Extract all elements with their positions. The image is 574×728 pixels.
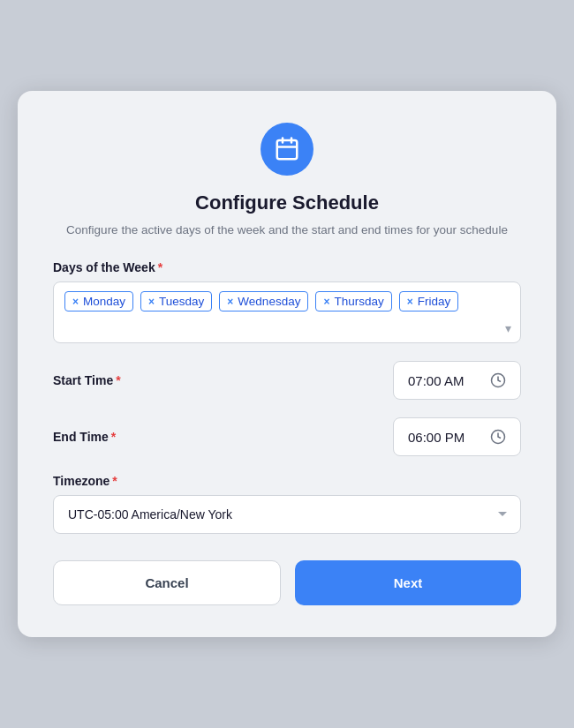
start-time-label: Start Time *: [53, 373, 121, 387]
remove-tuesday-icon[interactable]: ×: [148, 296, 155, 308]
modal-title: Configure Schedule: [195, 191, 379, 214]
configure-schedule-modal: Configure Schedule Configure the active …: [18, 91, 556, 637]
form-section: Days of the Week * × Monday × Tuesday × …: [53, 260, 521, 552]
day-chip-thursday[interactable]: × Thursday: [315, 291, 391, 311]
timezone-label: Timezone *: [53, 474, 521, 488]
day-chip-tuesday[interactable]: × Tuesday: [140, 291, 212, 311]
day-chip-monday[interactable]: × Monday: [64, 291, 133, 311]
schedule-icon: [274, 136, 300, 162]
remove-friday-icon[interactable]: ×: [407, 296, 413, 308]
remove-wednesday-icon[interactable]: ×: [227, 296, 233, 308]
clock-icon-start: [490, 372, 506, 388]
clock-icon-end: [490, 429, 506, 445]
day-chip-wednesday[interactable]: × Wednesday: [219, 291, 308, 311]
timezone-group: Timezone * UTC-05:00 America/New York UT…: [53, 474, 521, 534]
next-button[interactable]: Next: [295, 560, 521, 605]
end-time-row: End Time * 06:00 PM: [53, 417, 521, 456]
day-chip-friday[interactable]: × Friday: [399, 291, 459, 311]
button-row: Cancel Next: [53, 560, 521, 605]
end-time-input[interactable]: 06:00 PM: [393, 417, 521, 456]
days-dropdown-icon[interactable]: ▾: [505, 321, 511, 335]
remove-thursday-icon[interactable]: ×: [323, 296, 329, 308]
days-box[interactable]: × Monday × Tuesday × Wednesday × Thursda…: [53, 281, 521, 343]
start-time-row: Start Time * 07:00 AM: [53, 361, 521, 400]
end-time-label: End Time *: [53, 430, 116, 444]
start-time-input[interactable]: 07:00 AM: [393, 361, 521, 400]
timezone-select[interactable]: UTC-05:00 America/New York UTC-06:00 Ame…: [53, 495, 521, 534]
svg-rect-0: [277, 140, 298, 159]
modal-description: Configure the active days of the week an…: [66, 221, 508, 239]
days-label: Days of the Week *: [53, 260, 521, 274]
remove-monday-icon[interactable]: ×: [72, 296, 79, 308]
days-of-week-group: Days of the Week * × Monday × Tuesday × …: [53, 260, 521, 343]
cancel-button[interactable]: Cancel: [53, 560, 281, 605]
modal-icon: [261, 123, 313, 176]
